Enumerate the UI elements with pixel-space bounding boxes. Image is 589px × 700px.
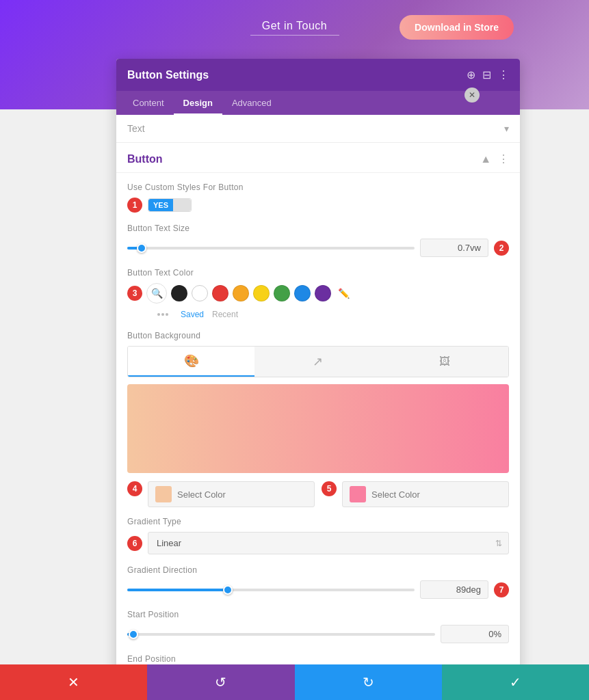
- bg-type-color[interactable]: 🎨: [128, 347, 254, 377]
- more-colors-button[interactable]: [153, 309, 172, 320]
- top-bar: Get in Touch Download in Store: [0, 0, 589, 55]
- text-section: Text ▾: [116, 115, 520, 143]
- swatch-white[interactable]: [192, 285, 208, 301]
- start-position-fill: [127, 633, 133, 636]
- use-custom-styles-label: Use Custom Styles For Button: [127, 183, 509, 192]
- badge-1: 1: [127, 198, 142, 213]
- start-position-thumb[interactable]: [129, 630, 138, 639]
- cancel-button[interactable]: ✕: [0, 664, 147, 700]
- more-options-icon[interactable]: ⋮: [498, 68, 509, 81]
- gradient-direction-slider[interactable]: [127, 589, 415, 591]
- gradient-icon: ↗: [313, 354, 323, 369]
- gradient-direction-value: 89deg: [420, 580, 488, 599]
- color-2-label: Select Color: [371, 489, 420, 500]
- eyedropper-button[interactable]: 🔍: [146, 283, 167, 304]
- section-more-icon[interactable]: ⋮: [498, 152, 509, 165]
- section-header-right: ▲ ⋮: [480, 152, 509, 165]
- bg-type-tabs: 🎨 ↗ 🖼: [127, 346, 509, 377]
- color-2-select[interactable]: Select Color: [342, 481, 509, 507]
- image-icon: 🖼: [439, 355, 450, 368]
- start-position-row: 0%: [127, 625, 509, 643]
- swatch-green[interactable]: [274, 285, 290, 301]
- swatch-yellow[interactable]: [253, 285, 270, 301]
- badge-5: 5: [322, 481, 337, 496]
- button-section: Button ▲ ⋮ Use Custom Styles For Button …: [116, 143, 520, 675]
- text-size-slider-thumb[interactable]: [137, 243, 146, 253]
- panel-title: Button Settings: [127, 69, 209, 81]
- use-custom-toggle-row: 1 YES: [127, 198, 509, 213]
- color-1-select[interactable]: Select Color: [148, 481, 315, 507]
- gradient-direction-field: Gradient Direction 89deg 7: [127, 565, 509, 599]
- color-2-swatch: [350, 486, 366, 502]
- eraser-button[interactable]: ✏️: [335, 285, 352, 301]
- bg-type-image[interactable]: 🖼: [382, 347, 508, 377]
- gradient-direction-thumb[interactable]: [223, 585, 233, 595]
- button-text-size-label: Button Text Size: [127, 224, 509, 233]
- gradient-type-field: Gradient Type 6 Linear Radial Conic ⇅: [127, 517, 509, 554]
- color-2-group: 5 Select Color: [322, 481, 509, 507]
- button-section-header: Button ▲ ⋮: [116, 143, 520, 173]
- text-section-label: Text: [127, 123, 145, 134]
- badge-7: 7: [494, 582, 509, 597]
- target-icon[interactable]: ⊕: [467, 68, 475, 81]
- tab-bar: Content Design Advanced: [116, 91, 520, 115]
- swatch-purple[interactable]: [315, 285, 331, 301]
- recent-link[interactable]: Recent: [212, 310, 238, 319]
- badge-3: 3: [127, 286, 142, 301]
- button-background-label: Button Background: [127, 331, 509, 340]
- swatch-black[interactable]: [171, 285, 187, 301]
- color-1-swatch: [155, 486, 172, 502]
- button-background-field: Button Background 🎨 ↗ 🖼: [127, 331, 509, 675]
- text-size-slider-fill: [127, 247, 142, 250]
- swatch-orange[interactable]: [233, 285, 249, 301]
- gradient-preview: [127, 384, 509, 473]
- button-section-title: Button: [127, 153, 163, 165]
- end-position-label: End Position: [127, 654, 509, 664]
- saved-link[interactable]: Saved: [181, 310, 204, 319]
- color-1-group: 4 Select Color: [127, 481, 315, 507]
- start-position-label: Start Position: [127, 610, 509, 619]
- gradient-type-label: Gradient Type: [127, 517, 509, 526]
- text-size-slider-track[interactable]: [127, 247, 415, 250]
- button-text-size-field: Button Text Size 0.7vw 2: [127, 224, 509, 257]
- gradient-type-select-wrapper: Linear Radial Conic ⇅: [148, 532, 509, 554]
- gradient-type-select[interactable]: Linear Radial Conic: [148, 532, 509, 554]
- toggle-yes[interactable]: YES: [148, 199, 173, 211]
- panel-header-icons: ⊕ ⊟ ⋮: [467, 68, 509, 81]
- toggle-no[interactable]: [173, 199, 191, 211]
- text-size-value: 0.7vw: [420, 239, 488, 257]
- tab-content[interactable]: Content: [123, 91, 174, 115]
- gradient-direction-label: Gradient Direction: [127, 565, 509, 575]
- close-panel-button[interactable]: ✕: [464, 88, 480, 103]
- redo-button[interactable]: ↻: [295, 664, 442, 700]
- custom-styles-toggle[interactable]: YES: [148, 198, 192, 212]
- gradient-type-row: 6 Linear Radial Conic ⇅: [127, 532, 509, 554]
- tab-design[interactable]: Design: [174, 91, 222, 115]
- download-button[interactable]: Download in Store: [400, 15, 514, 40]
- top-bar-center: Get in Touch: [250, 20, 339, 36]
- color-fill-icon: 🎨: [184, 353, 199, 368]
- color-picker-area: 3 🔍 ✏️: [127, 283, 509, 320]
- button-text-color-field: Button Text Color 3 🔍: [127, 268, 509, 320]
- badge-6: 6: [127, 536, 142, 551]
- swatch-blue[interactable]: [294, 285, 311, 301]
- undo-button[interactable]: ↺: [147, 664, 294, 700]
- panel-header: Button Settings ⊕ ⊟ ⋮: [116, 59, 520, 91]
- button-section-content: Use Custom Styles For Button 1 YES Butto…: [116, 173, 520, 675]
- button-settings-panel: Button Settings ⊕ ⊟ ⋮ Content Design Adv…: [116, 59, 520, 675]
- swatch-red[interactable]: [212, 285, 228, 301]
- get-in-touch-line: [250, 35, 339, 36]
- badge-2: 2: [494, 241, 509, 256]
- collapse-icon[interactable]: ▲: [480, 153, 491, 165]
- columns-icon[interactable]: ⊟: [482, 68, 491, 81]
- start-position-slider[interactable]: [127, 633, 435, 636]
- confirm-button[interactable]: ✓: [442, 664, 589, 700]
- bottom-toolbar: ✕ ↺ ↻ ✓: [0, 664, 589, 700]
- tab-advanced[interactable]: Advanced: [222, 91, 281, 115]
- button-text-color-label: Button Text Color: [127, 268, 509, 278]
- badge-4: 4: [127, 481, 142, 496]
- bg-type-gradient[interactable]: ↗: [254, 347, 381, 377]
- text-section-chevron[interactable]: ▾: [504, 123, 509, 134]
- get-in-touch-label: Get in Touch: [262, 20, 328, 32]
- panel-body: Text ▾ Button ▲ ⋮ Use Custom Styles For …: [116, 115, 520, 675]
